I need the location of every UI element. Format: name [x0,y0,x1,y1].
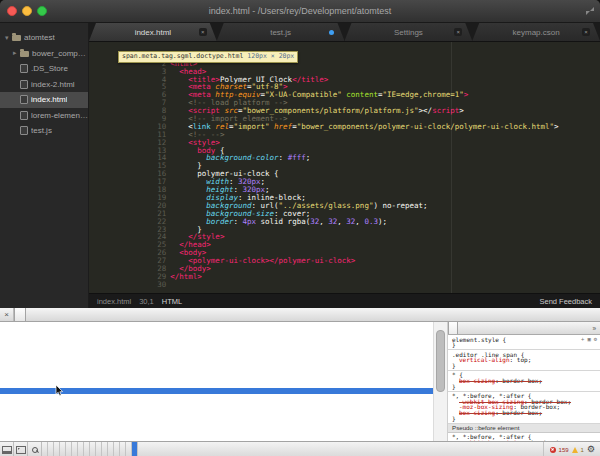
style-section-icon[interactable]: + [581,336,584,342]
styles-tab[interactable] [458,322,466,334]
styles-tab[interactable] [448,322,458,334]
window-title: index.html - /Users/rey/Development/atom… [0,6,600,16]
title-bar: index.html - /Users/rey/Development/atom… [0,0,600,23]
editor-tab[interactable]: test.js [217,23,345,41]
inspect-tooltip: span.meta.tag.sgml.doctype.html 120px × … [118,51,298,63]
tree-item[interactable]: ▸ bower_components [0,46,88,62]
devtools-tab[interactable] [46,308,56,321]
tab-label: Settings [394,28,423,37]
status-bar: index.html 30,1 HTML Send Feedback [89,293,600,308]
editor-tab-bar: index.html × test.js Settings × [89,23,600,42]
tree-item[interactable]: index.html [0,92,88,108]
editor-tab[interactable]: keymap.cson × [472,23,600,41]
fullscreen-icon[interactable] [586,7,594,15]
tab-label: test.js [270,28,291,37]
send-feedback-link[interactable]: Send Feedback [539,297,592,306]
pseudo-element-header: Pseudo ::before element [448,424,600,433]
devtools-tab[interactable] [56,308,66,321]
tab-overflow-icon[interactable]: » [588,322,600,334]
tree-item-label: test.js [31,126,52,135]
tab-close-icon[interactable]: × [582,28,590,36]
devtools-tab[interactable] [26,308,36,321]
folder-icon [20,51,29,57]
status-filename: index.html [97,297,131,306]
rule-close-brace: } [452,384,600,390]
style-section-icon[interactable]: ▣ [587,336,590,342]
tree-item-label: bower_components [32,49,88,58]
devtools-tab[interactable] [86,308,96,321]
devtools-toolbar: × [0,308,600,322]
style-rule[interactable]: *, *:before, *:after { -webkit-box-sizin… [448,392,600,424]
file-icon [20,80,28,89]
style-rule[interactable]: * { box-sizing: border-box; } [448,371,600,392]
file-icon [20,111,28,120]
tree-item[interactable]: .DS_Store [0,61,88,77]
styles-tab-bar: » [448,322,600,335]
file-icon [20,95,28,104]
dom-tree-row[interactable]: ▾<div class="editor editor-colors" tabin… [0,325,433,331]
tree-item[interactable]: index-2.html [0,77,88,93]
scrollbar-thumb[interactable] [436,330,445,392]
devtools-tab[interactable] [66,308,76,321]
console-toggle-button[interactable] [14,442,28,456]
tooltip-selector: span.meta.tag.sgml.doctype.html [122,53,243,61]
rule-close-brace: } [452,363,600,369]
editor-tab[interactable]: Settings × [345,23,473,41]
warning-count[interactable]: 1 [581,447,584,453]
tooltip-dimensions: 120px × 20px [247,53,294,61]
warning-icon[interactable] [572,447,578,453]
styles-tab[interactable] [466,322,474,334]
styles-rules: element.style { +▣⚙ } .editor .line span… [448,335,600,441]
devtools-status-bar: 159 1 ⚙ [0,441,600,456]
tab-label: keymap.cson [513,28,560,37]
breadcrumb-item[interactable] [132,442,138,456]
status-grammar[interactable]: HTML [162,297,182,306]
style-rule[interactable]: element.style { +▣⚙ } [448,335,600,350]
dock-side-button[interactable] [0,442,14,456]
elements-tree-pane: ▾<div class="…"> ▾<div class="editor edi… [0,322,433,441]
folder-icon [12,35,21,41]
line-number: 30 [152,281,170,289]
modified-dot-icon [329,30,334,35]
tree-item-label: lorem-element.html [31,111,88,120]
devtools-tab[interactable] [14,308,26,321]
tree-item-label: .DS_Store [31,64,68,73]
error-icon[interactable] [550,447,556,453]
dom-breadcrumbs [42,442,200,456]
style-section-icon[interactable]: ⚙ [594,336,597,342]
status-cursor-position: 30,1 [139,297,154,306]
file-tree: ▾ atomtest ▸ bower_components .DS [0,23,89,308]
mouse-cursor [55,385,64,397]
style-rule[interactable]: .editor .line span { vertical-align: top… [448,350,600,371]
atom-window: index.html - /Users/rey/Development/atom… [0,0,600,456]
tree-item[interactable]: test.js [0,123,88,139]
dom-tree-row[interactable]: ▾<div class="overlayer" style="height: 6… [0,342,433,348]
editor-tab[interactable]: index.html × [89,23,217,41]
code-editor[interactable]: 1<!DOCTYPE html> 2<html> 3 <head> 4 <tit… [89,42,600,293]
elements-scrollbar[interactable] [433,322,448,441]
code-lines: 1<!DOCTYPE html> 2<html> 3 <head> 4 <tit… [89,44,600,281]
tree-item[interactable]: lorem-element.html [0,108,88,124]
tree-item[interactable]: ▾ atomtest [0,30,88,46]
tab-label: index.html [135,28,171,37]
tree-item-label: index.html [31,95,67,104]
devtools-tab[interactable] [76,308,86,321]
tree-item-label: index-2.html [31,80,75,89]
settings-gear-icon[interactable]: ⚙ [587,445,595,454]
dom-tree-row[interactable]: <div class="cursor idle blink-off" calla… [0,348,433,354]
devtools-tabs [14,308,96,321]
inspect-element-button[interactable] [28,442,42,456]
disclosure-arrow-icon[interactable]: ▸ [13,49,20,57]
tab-close-icon[interactable]: × [454,28,462,36]
error-count[interactable]: 159 [559,447,569,453]
disclosure-arrow-icon[interactable]: ▾ [5,34,12,42]
tab-close-icon[interactable]: × [199,28,207,36]
console-badges: 159 1 ⚙ [543,442,600,456]
devtools-tab[interactable] [36,308,46,321]
devtools-close-button[interactable]: × [0,308,14,321]
style-rule[interactable]: *, *:before, *:after { -webkit-box-sizin… [448,433,600,441]
devtools-panel: × ▾<div class="…"> ▾<div class="editor e… [0,308,600,456]
wrap-guide [451,42,452,293]
rule-close-brace: } [452,416,600,422]
file-icon [20,64,28,73]
